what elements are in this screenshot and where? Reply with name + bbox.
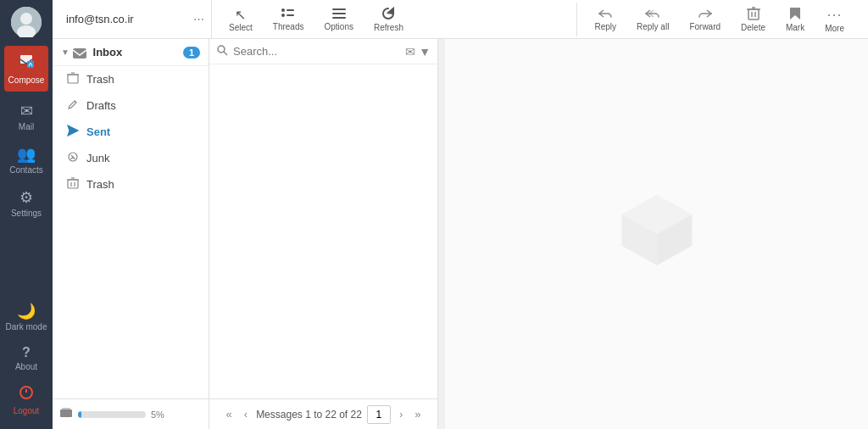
main: info@tsn.co.ir ⋯ ↖ Select Threads [53, 0, 868, 429]
svg-point-7 [281, 8, 285, 12]
darkmode-icon: 🌙 [17, 302, 36, 320]
avatar [11, 7, 42, 37]
storage-icon [59, 406, 73, 422]
compose-label: Compose [8, 75, 45, 85]
more-button[interactable]: ··· More [815, 3, 854, 36]
mail-icon: ✉ [20, 102, 33, 120]
sidebar-item-about[interactable]: ? About [0, 338, 53, 378]
sidebar: Compose ✉ Mail 👥 Contacts ⚙ Settings 🌙 D… [0, 0, 53, 429]
trash-top-icon [66, 72, 80, 86]
email-info: info@tsn.co.ir ⋯ [59, 0, 212, 38]
svg-rect-11 [332, 8, 346, 10]
reply-all-button[interactable]: Reply all [626, 3, 679, 35]
filter-icons: ✉ ▼ [405, 45, 431, 58]
folder-label-junk: Junk [86, 152, 109, 164]
sidebar-item-mail[interactable]: ✉ Mail [0, 95, 53, 138]
content-row: ▼ Inbox 1 Trash [53, 39, 868, 429]
svg-marker-14 [388, 8, 393, 14]
folder-item-junk[interactable]: Junk [53, 145, 209, 171]
svg-point-35 [218, 46, 225, 53]
filter-dropdown-icon[interactable]: ▼ [419, 45, 431, 58]
prev-page-button[interactable]: ‹ [241, 406, 251, 422]
logout-icon [19, 385, 34, 404]
svg-rect-20 [73, 48, 86, 58]
svg-point-1 [20, 13, 32, 25]
forward-button[interactable]: Forward [679, 3, 731, 35]
storage-percent: 5% [151, 410, 164, 420]
mail-label: Mail [19, 122, 34, 131]
options-button[interactable]: Options [314, 3, 363, 35]
sidebar-item-contacts[interactable]: 👥 Contacts [0, 138, 53, 181]
delete-button[interactable]: Delete [731, 3, 776, 36]
mark-label: Mark [786, 23, 804, 32]
storage-progress [78, 411, 146, 418]
select-button[interactable]: ↖ Select [219, 3, 263, 36]
svg-line-24 [75, 101, 76, 103]
empty-state [606, 183, 708, 285]
reply-icon [598, 7, 613, 22]
toolbar-right-actions: Reply Reply all [576, 3, 861, 36]
first-page-button[interactable]: « [223, 406, 236, 422]
inbox-label: Inbox [73, 46, 122, 58]
folder-list: Trash Drafts [53, 66, 209, 398]
svg-marker-25 [68, 125, 78, 136]
mark-button[interactable]: Mark [776, 3, 815, 36]
chevron-down-icon: ▼ [61, 47, 70, 57]
reply-label: Reply [594, 22, 616, 31]
folder-panel: ▼ Inbox 1 Trash [53, 39, 209, 429]
forward-icon [698, 7, 713, 22]
threads-label: Threads [273, 22, 304, 31]
storage-progress-fill [78, 411, 81, 418]
contacts-label: Contacts [9, 165, 42, 175]
folder-item-sent[interactable]: Sent [53, 119, 209, 145]
drafts-icon [66, 98, 80, 113]
inbox-badge: 1 [183, 47, 200, 58]
svg-rect-12 [332, 13, 346, 14]
contacts-icon: 👥 [17, 145, 36, 164]
svg-point-9 [281, 14, 285, 17]
delete-label: Delete [741, 23, 765, 32]
last-page-button[interactable]: » [411, 406, 424, 422]
threads-button[interactable]: Threads [263, 3, 314, 35]
svg-rect-21 [68, 75, 78, 83]
search-input[interactable] [233, 45, 400, 58]
email-list [209, 64, 437, 398]
next-page-button[interactable]: › [396, 406, 406, 422]
folder-label-trash-top: Trash [86, 73, 114, 86]
options-icon [331, 7, 347, 22]
svg-rect-8 [287, 9, 294, 11]
search-icon [216, 44, 228, 58]
refresh-button[interactable]: Refresh [364, 3, 414, 36]
inbox-folder-header[interactable]: ▼ Inbox 1 [53, 39, 209, 66]
mark-icon [788, 6, 802, 23]
options-label: Options [324, 22, 353, 31]
svg-rect-13 [332, 17, 346, 19]
svg-rect-10 [287, 14, 294, 16]
select-icon: ↖ [235, 7, 246, 23]
threads-icon [281, 7, 296, 22]
reply-all-icon [643, 7, 662, 22]
folder-label-trash: Trash [86, 178, 114, 191]
toolbar-actions: ↖ Select Threads [212, 3, 576, 36]
junk-icon [66, 151, 80, 165]
page-input[interactable] [367, 405, 391, 424]
svg-rect-34 [62, 408, 70, 411]
filter-mail-icon[interactable]: ✉ [405, 45, 415, 58]
logout-label: Logout [14, 406, 40, 415]
more-dots-icon[interactable]: ⋯ [193, 13, 204, 25]
about-label: About [15, 362, 37, 371]
folder-item-trash-top[interactable]: Trash [53, 66, 209, 92]
sidebar-item-settings[interactable]: ⚙ Settings [0, 181, 53, 225]
sidebar-item-darkmode[interactable]: 🌙 Dark mode [0, 295, 53, 338]
scrollbar[interactable] [438, 39, 445, 429]
sidebar-item-logout[interactable]: Logout [0, 378, 53, 422]
compose-icon [18, 53, 35, 74]
search-bar: ✉ ▼ [209, 39, 437, 64]
folder-item-trash[interactable]: Trash [53, 171, 209, 198]
refresh-icon [381, 6, 396, 23]
pagination: « ‹ Messages 1 to 22 of 22 › » [209, 398, 437, 429]
sidebar-item-compose[interactable]: Compose [4, 46, 48, 92]
folder-footer: 5% [53, 398, 209, 429]
reply-button[interactable]: Reply [584, 3, 626, 35]
folder-item-drafts[interactable]: Drafts [53, 92, 209, 119]
